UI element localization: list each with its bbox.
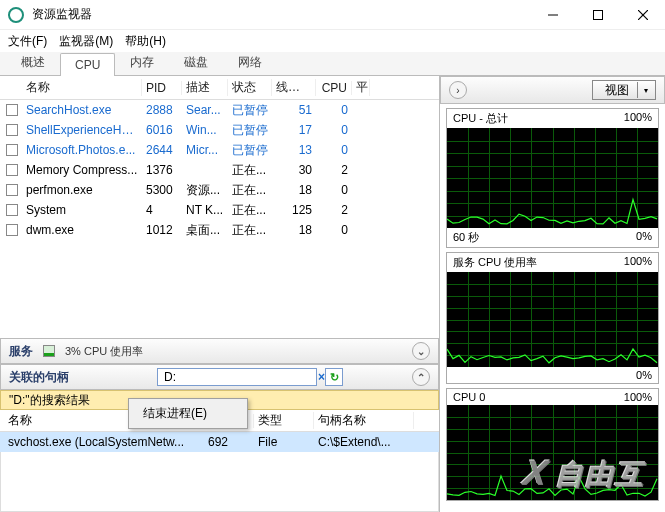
process-threads: 13 [272,143,316,157]
process-checkbox[interactable] [6,204,18,216]
process-name: dwm.exe [22,223,142,237]
process-name: ShellExperienceHo... [22,123,142,137]
chart1-foot-left: 60 秒 [453,230,479,245]
chart2-foot-right: 0% [636,369,652,381]
title-bar: 资源监视器 [0,0,665,30]
process-status: 正在... [228,202,272,219]
process-status: 正在... [228,162,272,179]
process-checkbox[interactable] [6,184,18,196]
view-label: 视图 [605,82,629,99]
process-status: 正在... [228,222,272,239]
process-cpu: 0 [316,123,352,137]
process-pid: 1012 [142,223,182,237]
view-dropdown[interactable]: 视图 ▾ [592,80,656,100]
handle-name: svchost.exe (LocalSystemNetw... [4,435,204,449]
process-row[interactable]: SearchHost.exe2888Sear...已暂停510 [0,100,439,120]
handle-hname: C:\$Extend\... [314,435,414,449]
services-title: 服务 [9,343,33,360]
process-threads: 18 [272,223,316,237]
process-name: Microsoft.Photos.e... [22,143,142,157]
handles-search-input[interactable] [162,369,316,385]
context-end-process[interactable]: 结束进程(E) [131,401,245,426]
chart3-right: 100% [624,391,652,403]
menu-help[interactable]: 帮助(H) [125,33,166,50]
process-pid: 2644 [142,143,182,157]
process-status: 已暂停 [228,142,272,159]
process-row[interactable]: dwm.exe1012桌面...正在...180 [0,220,439,240]
col-status[interactable]: 状态 [228,79,272,96]
menu-file[interactable]: 文件(F) [8,33,47,50]
menu-monitor[interactable]: 监视器(M) [59,33,113,50]
chart1-right: 100% [624,111,652,126]
right-panel-header: › 视图 ▾ [440,76,665,104]
process-table-header: 名称 PID 描述 状态 线程数 CPU 平... [0,76,439,100]
minimize-button[interactable] [530,0,575,30]
tab-memory[interactable]: 内存 [115,49,169,75]
refresh-button[interactable]: ↻ [325,368,343,386]
col-cpu[interactable]: CPU [316,81,352,95]
col-pid[interactable]: PID [142,81,182,95]
process-cpu: 0 [316,183,352,197]
process-desc: Micr... [182,143,228,157]
process-checkbox[interactable] [6,144,18,156]
process-desc: Win... [182,123,228,137]
process-cpu: 2 [316,203,352,217]
chart-cpu0: CPU 0 100% [446,388,659,501]
process-status: 已暂停 [228,122,272,139]
process-status: 正在... [228,182,272,199]
process-pid: 5300 [142,183,182,197]
process-threads: 30 [272,163,316,177]
chart1-title: CPU - 总计 [453,111,508,126]
process-name: SearchHost.exe [22,103,142,117]
col-threads[interactable]: 线程数 [272,79,316,96]
app-icon [8,7,24,23]
col-desc[interactable]: 描述 [182,79,228,96]
services-section[interactable]: 服务 3% CPU 使用率 ⌄ [0,338,439,364]
tab-cpu[interactable]: CPU [60,53,115,76]
process-pid: 4 [142,203,182,217]
process-row[interactable]: Memory Compress...1376正在...302 [0,160,439,180]
handle-pid: 692 [204,435,254,449]
process-row[interactable]: System4NT K...正在...1252 [0,200,439,220]
handles-section-header: 关联的句柄 × ↻ ⌃ [0,364,439,390]
expand-right-icon[interactable]: › [449,81,467,99]
handle-type: File [254,435,314,449]
tab-network[interactable]: 网络 [223,49,277,75]
chevron-up-icon[interactable]: ⌃ [412,368,430,386]
hcol-type[interactable]: 类型 [254,412,314,429]
tab-overview[interactable]: 概述 [6,49,60,75]
handles-title: 关联的句柄 [9,369,69,386]
chart2-right: 100% [624,255,652,270]
hcol-hname[interactable]: 句柄名称 [314,412,414,429]
col-avg[interactable]: 平... [352,79,370,96]
search-results-text: "D:"的搜索结果 [9,392,90,409]
process-row[interactable]: ShellExperienceHo...6016Win...已暂停170 [0,120,439,140]
process-row[interactable]: perfmon.exe5300资源...正在...180 [0,180,439,200]
process-cpu: 2 [316,163,352,177]
process-desc: Sear... [182,103,228,117]
process-cpu: 0 [316,103,352,117]
col-name[interactable]: 名称 [22,79,142,96]
process-checkbox[interactable] [6,164,18,176]
tab-disk[interactable]: 磁盘 [169,49,223,75]
close-button[interactable] [620,0,665,30]
process-row[interactable]: Microsoft.Photos.e...2644Micr...已暂停130 [0,140,439,160]
process-desc: NT K... [182,203,228,217]
process-name: Memory Compress... [22,163,142,177]
cpu-meter-icon [43,345,55,357]
chevron-down-icon[interactable]: ⌄ [412,342,430,360]
menu-bar: 文件(F) 监视器(M) 帮助(H) [0,30,665,52]
svg-rect-1 [593,10,602,19]
handles-search-box[interactable]: × [157,368,317,386]
process-checkbox[interactable] [6,104,18,116]
chart3-title: CPU 0 [453,391,485,403]
handles-row[interactable]: svchost.exe (LocalSystemNetw... 692 File… [0,432,439,452]
maximize-button[interactable] [575,0,620,30]
process-table-body: SearchHost.exe2888Sear...已暂停510ShellExpe… [0,100,439,240]
chart-service-cpu: 服务 CPU 使用率 100% 0% [446,252,659,384]
process-threads: 51 [272,103,316,117]
process-name: System [22,203,142,217]
process-checkbox[interactable] [6,224,18,236]
process-checkbox[interactable] [6,124,18,136]
window-title: 资源监视器 [32,6,530,23]
